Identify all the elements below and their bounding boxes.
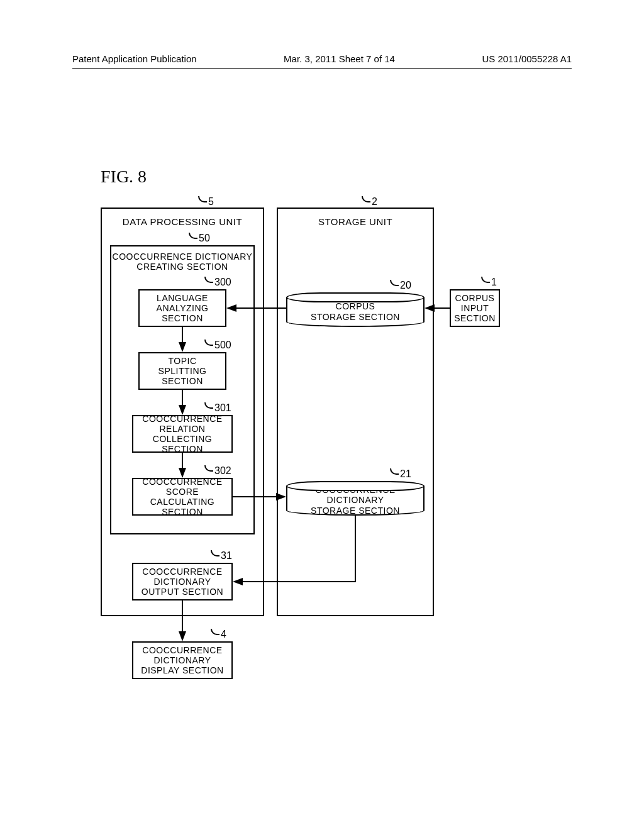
ref-500: 500 (204, 340, 231, 351)
header-right: US 2011/0055228 A1 (482, 53, 572, 64)
storage-unit: STORAGE UNIT (277, 208, 434, 616)
ref-302: 302 (204, 465, 231, 477)
cooccurrence-dictionary-output-section: COOCCURRENCE DICTIONARY OUTPUT SECTION (132, 563, 233, 600)
data-processing-unit-title: DATA PROCESSING UNIT (102, 216, 263, 227)
ref-31: 31 (211, 550, 232, 562)
figure-label: FIG. 8 (101, 167, 147, 187)
ref-301: 301 (204, 402, 231, 414)
header-rule (72, 68, 572, 69)
cooccurrence-dictionary-storage-section: COOCCURRENCE DICTIONARY STORAGE SECTION (286, 481, 425, 516)
cooccurrence-relation-collecting-section: COOCCURRENCE RELATION COLLECTING SECTION (132, 415, 233, 453)
ref-300: 300 (204, 277, 231, 288)
ref-50: 50 (189, 233, 210, 244)
topic-splitting-section: TOPIC SPLITTING SECTION (138, 352, 226, 390)
creating-section-l1: COOCCURRENCE DICTIONARY (113, 252, 253, 262)
storage-unit-title: STORAGE UNIT (278, 216, 433, 227)
ref-20: 20 (390, 280, 411, 291)
header-left: Patent Application Publication (72, 53, 197, 64)
page-header: Patent Application Publication Mar. 3, 2… (0, 53, 644, 64)
ref-1: 1 (481, 277, 497, 288)
corpus-input-section: CORPUS INPUT SECTION (450, 289, 500, 327)
creating-section-l2: CREATING SECTION (136, 262, 228, 272)
ref-21: 21 (390, 468, 411, 480)
header-center: Mar. 3, 2011 Sheet 7 of 14 (284, 53, 395, 64)
cooccurrence-score-calculating-section: COOCCURRENCE SCORE CALCULATING SECTION (132, 478, 233, 516)
language-analyzing-section: LANGUAGE ANALYZING SECTION (138, 289, 226, 327)
corpus-storage-section: CORPUS STORAGE SECTION (286, 292, 425, 327)
ref-4: 4 (211, 629, 226, 640)
ref-2: 2 (362, 196, 377, 208)
ref-5: 5 (198, 196, 214, 208)
diagram-canvas: DATA PROCESSING UNIT 5 STORAGE UNIT 2 CO… (101, 201, 560, 698)
cooccurrence-dictionary-display-section: COOCCURRENCE DICTIONARY DISPLAY SECTION (132, 641, 233, 679)
